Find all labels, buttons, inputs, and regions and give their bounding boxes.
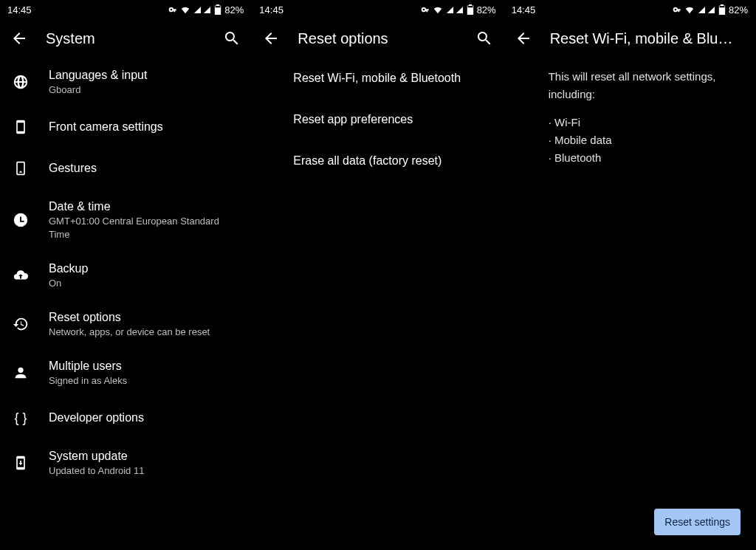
svg-rect-0 bbox=[216, 6, 221, 7]
status-time: 14:45 bbox=[259, 4, 284, 16]
wifi-icon bbox=[180, 4, 190, 15]
wifi-icon bbox=[433, 4, 443, 15]
item-system-update[interactable]: System update Updated to Android 11 bbox=[0, 439, 251, 487]
item-title: Reset options bbox=[49, 309, 210, 326]
status-right: 82% bbox=[165, 4, 244, 16]
item-languages-input[interactable]: Languages & input Gboard bbox=[0, 58, 251, 106]
system-update-icon bbox=[12, 454, 30, 472]
search-icon[interactable] bbox=[475, 30, 493, 47]
item-front-camera[interactable]: Front camera settings bbox=[0, 106, 251, 148]
vpn-key-icon bbox=[165, 4, 177, 16]
status-bar: 14:45 82% bbox=[252, 0, 503, 19]
page-title: Reset Wi-Fi, mobile & Blueto… bbox=[550, 30, 745, 47]
status-time: 14:45 bbox=[7, 4, 32, 16]
page-title: System bbox=[46, 30, 205, 47]
item-title: Reset Wi-Fi, mobile & Bluetooth bbox=[293, 70, 461, 86]
item-title: Date & time bbox=[49, 199, 239, 215]
person-icon bbox=[12, 364, 30, 382]
battery-percent: 82% bbox=[224, 4, 244, 16]
svg-rect-1 bbox=[467, 6, 472, 7]
item-multiple-users[interactable]: Multiple users Signed in as Aleks bbox=[0, 348, 251, 397]
status-right: 82% bbox=[418, 4, 496, 16]
item-developer-options[interactable]: { } Developer options bbox=[0, 397, 251, 439]
battery-icon bbox=[718, 4, 726, 15]
restore-icon bbox=[12, 315, 30, 333]
item-subtitle: Network, apps, or device can be reset bbox=[49, 326, 210, 339]
cloud-upload-icon bbox=[12, 267, 30, 284]
search-icon[interactable] bbox=[223, 30, 241, 47]
item-title: Developer options bbox=[49, 410, 144, 426]
bullet-mobile-data: Mobile data bbox=[549, 131, 740, 149]
item-reset-app-prefs[interactable]: Reset app preferences bbox=[252, 99, 503, 140]
reset-options-list: Reset Wi-Fi, mobile & Bluetooth Reset ap… bbox=[252, 58, 503, 550]
back-icon[interactable] bbox=[10, 30, 28, 47]
reset-network-body: This will reset all network settings, in… bbox=[504, 58, 755, 177]
status-time: 14:45 bbox=[512, 4, 536, 16]
battery-icon bbox=[467, 4, 474, 15]
signal-icon bbox=[193, 6, 211, 14]
battery-icon bbox=[214, 4, 221, 15]
item-title: Backup bbox=[49, 261, 88, 277]
item-subtitle: Signed in as Aleks bbox=[49, 374, 127, 388]
item-date-time[interactable]: Date & time GMT+01:00 Central European S… bbox=[0, 189, 251, 251]
screen-reset-options: 14:45 82% Reset options Reset Wi-Fi, mob… bbox=[252, 0, 504, 550]
wifi-icon bbox=[684, 4, 695, 15]
bullet-bluetooth: Bluetooth bbox=[549, 149, 740, 167]
item-factory-reset[interactable]: Erase all data (factory reset) bbox=[252, 140, 503, 182]
clock-icon bbox=[12, 211, 30, 229]
vpn-key-icon bbox=[418, 4, 430, 16]
globe-icon bbox=[12, 73, 30, 91]
svg-rect-2 bbox=[719, 6, 724, 7]
item-title: Front camera settings bbox=[49, 119, 163, 135]
reset-settings-button[interactable]: Reset settings bbox=[654, 509, 740, 535]
battery-percent: 82% bbox=[729, 4, 748, 16]
vpn-key-icon bbox=[670, 4, 681, 16]
item-gestures[interactable]: Gestures bbox=[0, 148, 251, 189]
item-title: Gestures bbox=[49, 160, 97, 176]
item-subtitle: Gboard bbox=[49, 83, 147, 97]
item-subtitle: GMT+01:00 Central European Standard Time bbox=[49, 215, 239, 241]
back-icon[interactable] bbox=[515, 30, 532, 47]
item-subtitle: Updated to Android 11 bbox=[49, 464, 144, 478]
item-backup[interactable]: Backup On bbox=[0, 251, 251, 300]
bullet-wifi: Wi-Fi bbox=[549, 114, 740, 131]
signal-icon bbox=[698, 6, 715, 14]
item-reset-network[interactable]: Reset Wi-Fi, mobile & Bluetooth bbox=[252, 58, 503, 99]
reset-intro-text: This will reset all network settings, in… bbox=[549, 68, 740, 103]
app-bar: Reset Wi-Fi, mobile & Blueto… bbox=[504, 19, 755, 58]
status-right: 82% bbox=[670, 4, 748, 16]
braces-icon: { } bbox=[12, 409, 30, 427]
item-title: Reset app preferences bbox=[293, 111, 413, 128]
item-title: Multiple users bbox=[49, 358, 127, 374]
battery-percent: 82% bbox=[477, 4, 496, 16]
item-title: Languages & input bbox=[49, 67, 147, 83]
item-subtitle: On bbox=[49, 277, 88, 290]
item-title: System update bbox=[49, 448, 144, 464]
phone-front-icon bbox=[12, 118, 30, 136]
signal-icon bbox=[446, 6, 464, 14]
settings-list: Languages & input Gboard Front camera se… bbox=[0, 58, 251, 550]
app-bar: Reset options bbox=[252, 19, 503, 58]
item-reset-options[interactable]: Reset options Network, apps, or device c… bbox=[0, 300, 251, 348]
status-bar: 14:45 82% bbox=[0, 0, 251, 19]
gesture-icon bbox=[12, 159, 30, 177]
app-bar: System bbox=[0, 19, 251, 58]
reset-bullet-list: Wi-Fi Mobile data Bluetooth bbox=[549, 114, 740, 167]
item-title: Erase all data (factory reset) bbox=[293, 153, 441, 169]
back-icon[interactable] bbox=[262, 30, 280, 47]
screen-system: 14:45 82% System bbox=[0, 0, 252, 550]
reset-button-container: Reset settings bbox=[654, 509, 740, 535]
status-bar: 14:45 82% bbox=[504, 0, 755, 19]
screen-reset-network: 14:45 82% Reset Wi-Fi, mobile & Blueto… … bbox=[504, 0, 756, 550]
page-title: Reset options bbox=[298, 30, 457, 47]
